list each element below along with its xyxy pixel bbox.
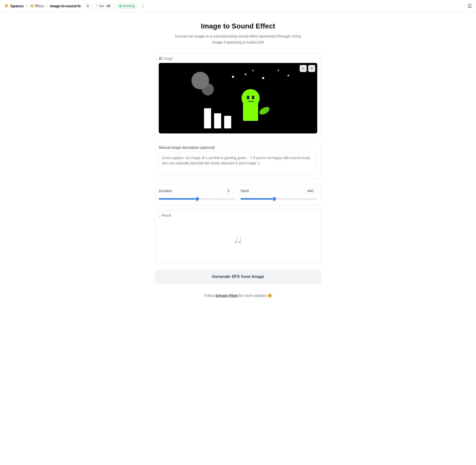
more-button[interactable]: ⋮ — [139, 3, 147, 9]
svg-rect-14 — [247, 96, 249, 99]
result-panel-label: ♩ Result — [159, 213, 317, 217]
running-badge: Running — [116, 3, 137, 9]
svg-point-6 — [288, 75, 289, 76]
user-label: fffiloni — [35, 4, 44, 8]
svg-point-3 — [232, 76, 234, 78]
description-label: Manual Image description (optional) — [159, 146, 317, 150]
duration-value: 5 — [222, 188, 235, 194]
svg-point-8 — [253, 70, 254, 71]
duration-thumb[interactable] — [195, 197, 200, 201]
image-panel-label: 🖼 Image — [159, 57, 317, 60]
duration-fill — [159, 198, 197, 200]
footer: Follow Sylvain Filoni for future updates… — [155, 294, 321, 308]
page-title: Image to Sound Effect — [155, 22, 321, 30]
duration-header: Duration 5 — [159, 188, 235, 194]
user-avatar-icon: 🐣 — [30, 4, 34, 8]
seed-label: Seed — [241, 189, 249, 193]
nav-actions: ⧉ ♡ like 89 Running ⋮ — [85, 3, 147, 9]
svg-rect-10 — [214, 113, 221, 128]
result-area: ♩♩ — [159, 220, 317, 260]
generate-button[interactable]: Generate SFX from Image — [155, 270, 321, 283]
duration-group: Duration 5 — [159, 188, 235, 201]
result-panel: ♩ Result ♩♩ — [155, 210, 321, 264]
svg-point-4 — [245, 74, 246, 75]
seed-thumb[interactable] — [272, 197, 276, 201]
image-area[interactable]: ✏ ✕ — [159, 63, 317, 133]
svg-rect-15 — [252, 96, 254, 99]
svg-rect-0 — [168, 63, 308, 133]
music-placeholder-icon: ♩♩ — [234, 235, 242, 245]
description-textarea[interactable] — [159, 152, 317, 175]
copy-button[interactable]: ⧉ — [85, 3, 91, 9]
svg-point-13 — [242, 89, 260, 107]
svg-rect-11 — [224, 116, 231, 128]
duration-track — [159, 198, 235, 200]
running-label: Running — [123, 4, 135, 8]
controls-panel: Duration 5 Seed 440 — [155, 184, 321, 205]
repo-label: image-to-sound-fx — [50, 4, 81, 8]
description-panel: Manual Image description (optional) — [155, 142, 321, 180]
image-label-icon: 🖼 — [159, 57, 162, 60]
seed-value: 440 — [303, 188, 317, 194]
spaces-logo[interactable]: 🐣 Spaces — [4, 4, 24, 8]
top-nav: 🐣 Spaces / 🐣 fffiloni / image-to-sound-f… — [0, 0, 476, 12]
svg-point-7 — [278, 70, 279, 71]
like-count: 89 — [105, 4, 112, 8]
image-controls: ✏ ✕ — [300, 65, 315, 72]
nav-separator2: / — [47, 4, 48, 8]
duration-label: Duration — [159, 189, 172, 193]
svg-rect-9 — [204, 108, 211, 128]
spaces-label: Spaces — [10, 4, 24, 8]
seed-group: Seed 440 — [241, 188, 317, 201]
clear-image-button[interactable]: ✕ — [308, 65, 315, 72]
seed-fill — [241, 198, 274, 200]
result-label-icon: ♩ — [159, 213, 160, 217]
edit-image-button[interactable]: ✏ — [300, 65, 307, 72]
nav-user[interactable]: 🐣 fffiloni — [30, 4, 44, 8]
nav-separator: / — [26, 4, 27, 8]
svg-point-2 — [202, 83, 214, 95]
image-canvas — [159, 63, 317, 133]
main-content: Image to Sound Effect Convert an image t… — [150, 12, 326, 323]
footer-link[interactable]: Sylvain Filoni — [215, 294, 238, 298]
seed-slider[interactable] — [241, 196, 317, 201]
svg-point-5 — [262, 77, 264, 79]
like-button[interactable]: ♡ like 89 — [93, 3, 114, 9]
image-panel: 🖼 Image — [155, 53, 321, 137]
like-label: like — [99, 4, 104, 8]
duration-slider[interactable] — [159, 196, 235, 201]
hamburger-button[interactable]: ☰ — [467, 3, 472, 9]
footer-text-before: Follow — [204, 294, 215, 298]
controls-row: Duration 5 Seed 440 — [159, 188, 317, 201]
artwork-svg — [159, 63, 317, 133]
footer-text-after: for future updates 🤗 — [238, 294, 272, 298]
running-dot — [119, 5, 121, 7]
spaces-avatar: 🐣 — [4, 4, 9, 8]
like-icon: ♡ — [95, 4, 98, 8]
seed-header: Seed 440 — [241, 188, 317, 194]
page-subtitle: Convert an image to a corresponding soun… — [155, 33, 321, 45]
seed-track — [241, 198, 317, 200]
